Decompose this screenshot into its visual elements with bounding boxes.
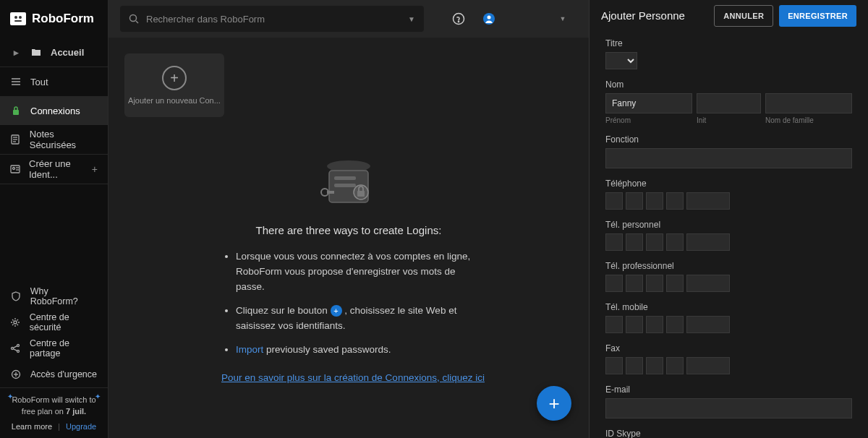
phone-seg[interactable]: [666, 233, 684, 251]
firstname-input[interactable]: [605, 93, 692, 113]
add-login-card[interactable]: + Ajouter un nouveau Con...: [124, 53, 224, 117]
field-function: Fonction: [605, 134, 852, 168]
svg-rect-3: [14, 20, 22, 22]
plus-icon[interactable]: +: [92, 163, 98, 175]
label-phone-work: Tél. professionnel: [605, 261, 852, 271]
nav-create-identity[interactable]: Créer une Ident... +: [0, 155, 108, 184]
init-input[interactable]: [697, 93, 761, 113]
search-box[interactable]: ▼: [120, 6, 424, 32]
learn-more-link[interactable]: Pour en savoir plus sur la création de C…: [221, 372, 485, 383]
svg-point-2: [19, 16, 22, 19]
phone-seg[interactable]: [605, 316, 623, 333]
phone-seg[interactable]: [646, 233, 663, 251]
fab-add-button[interactable]: +: [537, 386, 571, 421]
menu-dropdown-icon[interactable]: ▼: [554, 10, 571, 27]
footer-why[interactable]: Why RoboForm?: [0, 283, 108, 309]
nav-notes[interactable]: Notes Sécurisées: [0, 125, 108, 154]
label-skype: ID Skype: [605, 429, 852, 438]
svg-point-18: [17, 344, 20, 346]
title-select[interactable]: [605, 52, 637, 69]
nav-create-label: Créer une Ident...: [29, 158, 83, 180]
footer-emergency-label: Accès d'urgence: [30, 369, 97, 379]
empty-item-2: Cliquez sur le bouton + , choisissez le …: [236, 304, 486, 334]
label-function: Fonction: [605, 134, 852, 145]
phone-seg[interactable]: [605, 192, 623, 210]
phone-seg[interactable]: [686, 233, 730, 251]
note-icon: [10, 134, 21, 145]
top-bar: ▼ ▼: [109, 0, 589, 38]
phone-seg[interactable]: [626, 316, 643, 333]
import-link[interactable]: Import: [236, 344, 263, 355]
svg-point-1: [14, 16, 17, 19]
sidebar: RoboForm ▸ Accueil Tout Connexions: [0, 0, 109, 438]
label-phone-mobile: Tél. mobile: [605, 302, 852, 312]
phone-seg[interactable]: [646, 275, 663, 292]
label-title: Titre: [605, 38, 852, 48]
nav-all[interactable]: Tout: [0, 67, 108, 96]
phone-seg[interactable]: [686, 357, 730, 374]
phone-seg[interactable]: [666, 275, 684, 292]
phone-seg[interactable]: [605, 233, 623, 251]
phone-seg[interactable]: [626, 357, 643, 374]
phone-seg[interactable]: [626, 192, 643, 210]
right-header: Ajouter Personne ANNULER ENREGISTRER: [590, 0, 868, 31]
nav-notes-label: Notes Sécurisées: [30, 129, 98, 150]
label-name: Nom: [605, 80, 852, 90]
nav-main-section: Tout Connexions Notes Sécurisées: [0, 67, 108, 155]
empty-illustration: [211, 160, 486, 208]
svg-point-17: [12, 347, 14, 349]
footer-emergency[interactable]: Accès d'urgence: [0, 361, 108, 387]
phone-seg[interactable]: [626, 233, 643, 251]
plus-badge-icon: +: [331, 305, 342, 317]
footer-security[interactable]: Centre de sécurité: [0, 309, 108, 335]
phone-seg[interactable]: [686, 192, 730, 210]
account-icon[interactable]: [480, 10, 498, 27]
upgrade-link[interactable]: Upgrade: [66, 421, 96, 433]
svg-rect-38: [327, 191, 334, 194]
label-email: E-mail: [605, 385, 852, 395]
learn-more-link[interactable]: Learn more: [12, 421, 52, 433]
svg-line-20: [14, 345, 17, 348]
shield-icon: [10, 291, 22, 301]
add-card-label: Ajouter un nouveau Con...: [128, 96, 221, 105]
nav-home-label: Accueil: [51, 47, 84, 58]
nav-logins[interactable]: Connexions: [0, 96, 108, 125]
footer-share[interactable]: Centre de partage: [0, 335, 108, 361]
footer-share-label: Centre de partage: [30, 338, 98, 358]
person-form: Titre Nom Prénom Init Nom de famille Fon…: [590, 31, 868, 438]
email-input[interactable]: [605, 398, 852, 418]
phone-inputs: [605, 192, 852, 210]
svg-rect-33: [334, 176, 356, 180]
nav-home[interactable]: ▸ Accueil: [0, 38, 108, 66]
list-icon: [10, 77, 22, 86]
phone-seg[interactable]: [605, 275, 623, 292]
phone-seg[interactable]: [686, 275, 730, 292]
phone-seg[interactable]: [646, 192, 663, 210]
save-button[interactable]: ENREGISTRER: [779, 5, 856, 27]
phone-seg[interactable]: [666, 192, 684, 210]
svg-point-16: [14, 321, 17, 324]
phone-seg[interactable]: [605, 357, 623, 374]
phone-seg[interactable]: [666, 316, 684, 333]
function-input[interactable]: [605, 148, 852, 168]
search-input[interactable]: [146, 14, 401, 25]
logo-icon: [10, 12, 26, 25]
field-phone: Téléphone: [605, 179, 852, 210]
phone-seg[interactable]: [646, 316, 663, 333]
help-icon[interactable]: [450, 10, 467, 27]
logo[interactable]: RoboForm: [10, 12, 94, 26]
nav-home-section: ▸ Accueil: [0, 38, 108, 67]
nav-logins-label: Connexions: [30, 106, 80, 116]
cancel-button[interactable]: ANNULER: [714, 5, 773, 27]
phone-seg[interactable]: [686, 316, 730, 333]
label-phone-personal: Tél. personnel: [605, 220, 852, 230]
logo-area: RoboForm: [0, 0, 108, 38]
sublabel-firstname: Prénom: [605, 116, 692, 124]
phone-seg[interactable]: [626, 275, 643, 292]
phone-seg[interactable]: [666, 357, 684, 374]
header-actions: ▼: [450, 10, 577, 27]
phone-seg[interactable]: [646, 357, 663, 374]
empty-list: Lorsque vous vous connectez à vos compte…: [211, 249, 486, 358]
lastname-input[interactable]: [765, 93, 852, 113]
chevron-down-icon[interactable]: ▼: [408, 15, 415, 23]
